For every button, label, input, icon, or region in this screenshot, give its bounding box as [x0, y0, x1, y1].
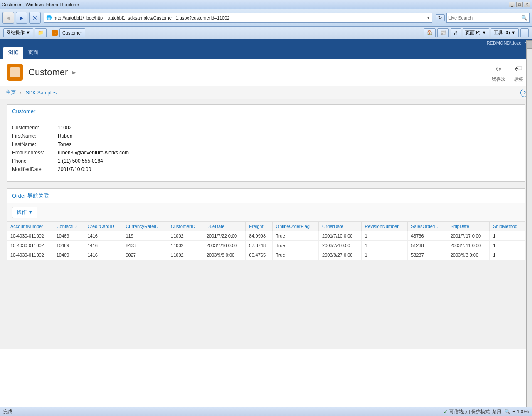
nav-home-link[interactable]: 主页: [3, 87, 18, 98]
actions-button[interactable]: 操作 ▼: [12, 207, 37, 218]
app-title: Customer: [28, 67, 68, 78]
scrollbar-thumb[interactable]: [527, 40, 532, 49]
search-bar-container: 🔍: [446, 13, 530, 23]
field-label-customerid: CustomerId:: [12, 125, 58, 131]
col-revision-number: RevisionNumber: [361, 222, 407, 231]
field-row-customerid: CustomerId: 11002: [12, 125, 520, 131]
table-cell-duedate: 2003/7/16 0:00: [203, 241, 245, 250]
table-cell-freight: 60.4765: [246, 250, 272, 260]
table-cell-duedate: 2001/7/22 0:00: [203, 231, 245, 241]
table-cell-orderdate: 2003/8/27 0:00: [319, 250, 361, 260]
like-label: 我喜欢: [492, 76, 505, 82]
forward-button[interactable]: ►: [16, 12, 27, 24]
ribbon-tab-page[interactable]: 页面: [23, 47, 43, 59]
table-cell-shipmethod: 1: [490, 231, 525, 241]
field-label-email: EmailAddress:: [12, 150, 58, 156]
address-bar-input[interactable]: [54, 15, 426, 20]
ribbon-tab-browse[interactable]: 浏览: [3, 47, 23, 59]
order-table-container: AccountNumber ContactID CreditCardID Cur…: [7, 222, 525, 260]
address-dropdown[interactable]: ▼: [426, 16, 430, 20]
like-action[interactable]: ☺ 我喜欢: [492, 62, 505, 82]
restore-button[interactable]: □: [516, 2, 523, 7]
table-cell-salesorderid: 51238: [407, 241, 447, 250]
browser-toolbar: ◄ ► ✕ 🌐 ▼ ↻ 🔍: [0, 9, 532, 27]
app-title-arrow: ►: [71, 69, 77, 76]
table-cell-customerid: 11002: [167, 241, 203, 250]
search-input[interactable]: [448, 15, 521, 20]
site-ops-button[interactable]: 网站操作 ▼: [3, 28, 33, 37]
order-panel-title: Order 导航关联: [12, 193, 49, 199]
fav-separator: [49, 29, 49, 37]
ribbon-user[interactable]: REDMOND\dozer ▼: [487, 40, 529, 45]
print-btn[interactable]: 🖨: [451, 28, 461, 37]
app-header: Customer ► ☺ 我喜欢 🏷 标签: [0, 59, 532, 86]
field-row-email: EmailAddress: ruben35@adventure-works.co…: [12, 150, 520, 156]
table-cell-customerid: 11002: [167, 250, 203, 260]
col-account-number: AccountNumber: [7, 222, 53, 231]
scrollbar[interactable]: [526, 40, 532, 349]
order-table: AccountNumber ContactID CreditCardID Cur…: [7, 222, 525, 260]
refresh-button[interactable]: ✕: [29, 12, 41, 24]
table-cell-revisionnumber: 1: [361, 250, 407, 260]
col-contact-id: ContactID: [53, 222, 84, 231]
field-label-firstname: FirstName:: [12, 133, 58, 139]
table-cell-revisionnumber: 1: [361, 241, 407, 250]
table-cell-freight: 84.9998: [246, 231, 272, 241]
minimize-button[interactable]: _: [509, 2, 515, 7]
table-cell-onlineorderflag: True: [272, 250, 318, 260]
nav-breadcrumb: 主页 › SDK Samples ?: [0, 86, 532, 99]
close-button[interactable]: ✕: [524, 2, 530, 7]
table-cell-creditcardid: 1416: [84, 250, 122, 260]
nav-sdk-link[interactable]: SDK Samples: [23, 88, 59, 97]
customer-tab-label: Customer: [62, 30, 82, 35]
field-label-phone: Phone:: [12, 158, 58, 164]
ie-buttons: ↻: [436, 14, 445, 21]
table-header-row: AccountNumber ContactID CreditCardID Cur…: [7, 222, 525, 231]
ie-menu-btn[interactable]: ≡: [520, 28, 529, 37]
customer-tab-button[interactable]: Customer: [59, 28, 85, 37]
tools-btn[interactable]: 工具 (0) ▼: [491, 28, 518, 37]
browser-title: Customer - Windows Internet Explorer: [2, 2, 509, 7]
search-go-button[interactable]: 🔍: [521, 15, 527, 21]
order-panel-header: Order 导航关联: [7, 189, 525, 203]
tag-icon: 🏷: [512, 62, 525, 75]
refresh-btn[interactable]: ↻: [436, 14, 445, 21]
sharepoint-ribbon: REDMOND\dozer ▼ 浏览 页面: [0, 39, 532, 59]
col-credit-card-id: CreditCardID: [84, 222, 122, 231]
like-icon: ☺: [492, 62, 505, 75]
table-cell-shipdate: 2003/7/11 0:00: [447, 241, 489, 250]
table-cell-orderdate: 2003/7/4 0:00: [319, 241, 361, 250]
table-row: 10-4030-0110021046914168433110022003/7/1…: [7, 241, 525, 250]
main-content: Customer CustomerId: 11002 FirstName: Ru…: [0, 99, 532, 349]
table-cell-shipdate: 2003/9/3 0:00: [447, 250, 489, 260]
home-btn[interactable]: 🏠: [424, 28, 436, 37]
folder-button[interactable]: 📁: [35, 28, 47, 37]
nav-separator: ›: [20, 90, 22, 95]
back-button[interactable]: ◄: [2, 12, 14, 24]
field-value-email: ruben35@adventure-works.com: [58, 150, 129, 156]
page-btn[interactable]: 页面(P) ▼: [463, 28, 490, 37]
table-cell-accountnumber: 10-4030-011002: [7, 241, 53, 250]
table-row: 10-4030-0110021046914169027110022003/9/8…: [7, 250, 525, 260]
field-row-phone: Phone: 1 (11) 500 555-0184: [12, 158, 520, 164]
table-cell-currencyrateid: 119: [122, 231, 167, 241]
table-cell-orderdate: 2001/7/10 0:00: [319, 231, 361, 241]
table-cell-contactid: 10469: [53, 231, 84, 241]
app-header-actions: ☺ 我喜欢 🏷 标签: [492, 62, 525, 82]
folder-icon: 📁: [38, 30, 44, 35]
col-sales-order-id: SalesOrderID: [407, 222, 447, 231]
col-due-date: DueDate: [203, 222, 245, 231]
table-cell-accountnumber: 10-4030-011002: [7, 250, 53, 260]
table-cell-onlineorderflag: True: [272, 241, 318, 250]
browser-titlebar: Customer - Windows Internet Explorer _ □…: [0, 0, 532, 9]
col-ship-date: ShipDate: [447, 222, 489, 231]
table-cell-onlineorderflag: True: [272, 231, 318, 241]
tag-label: 标签: [514, 76, 523, 82]
tag-action[interactable]: 🏷 标签: [512, 62, 525, 82]
feeds-btn[interactable]: 📰: [437, 28, 449, 37]
col-freight: Freight: [246, 222, 272, 231]
table-cell-shipdate: 2001/7/17 0:00: [447, 231, 489, 241]
field-row-lastname: LastName: Torres: [12, 141, 520, 147]
table-cell-salesorderid: 43736: [407, 231, 447, 241]
site-ops-label: 网站操作 ▼: [6, 30, 30, 36]
